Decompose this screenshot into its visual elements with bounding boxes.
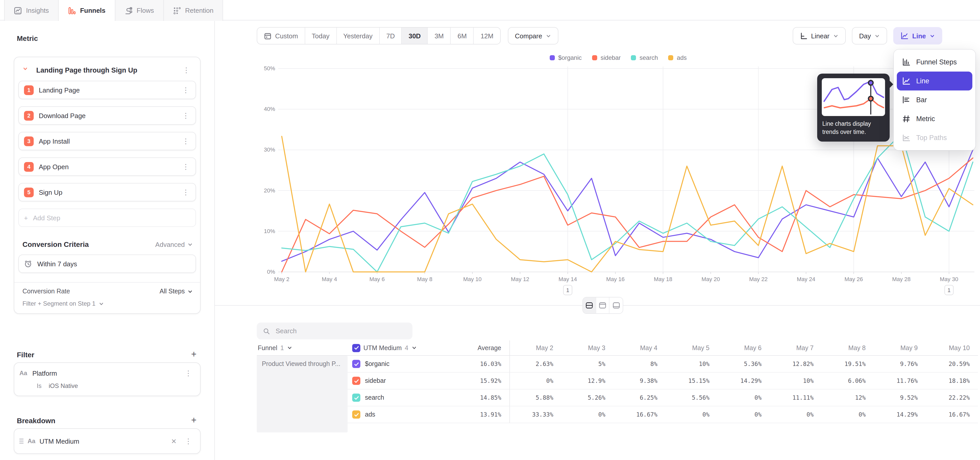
- metric-kebab-icon[interactable]: ⋮: [180, 65, 193, 75]
- breakdown-property[interactable]: UTM Medium: [40, 437, 166, 445]
- range-30d[interactable]: 30D: [402, 27, 428, 44]
- funnel-step-app-install[interactable]: 3 App Install ⋮: [18, 132, 196, 150]
- cell-value: 10%: [770, 372, 822, 390]
- step-label: App Open: [39, 163, 174, 171]
- compare-button[interactable]: Compare: [508, 27, 558, 45]
- cell-value: 0%: [770, 406, 822, 423]
- step-kebab-icon[interactable]: ⋮: [179, 111, 192, 120]
- tab-flows[interactable]: Flows: [115, 0, 164, 21]
- menu-item-bar[interactable]: Bar: [897, 91, 972, 109]
- funnels-icon: [68, 6, 76, 14]
- conversion-criteria-label: Conversion Criteria: [22, 240, 89, 248]
- funnel-step-download-page[interactable]: 2 Download Page ⋮: [18, 106, 196, 125]
- step-kebab-icon[interactable]: ⋮: [179, 162, 192, 171]
- cell-value: 5.36%: [718, 356, 770, 372]
- range-custom[interactable]: Custom: [257, 27, 305, 44]
- funnel-step-sign-up[interactable]: 5 Sign Up ⋮: [18, 183, 196, 201]
- flows-icon: [124, 6, 132, 14]
- filter-kebab-icon[interactable]: ⋮: [182, 369, 195, 378]
- range-12m[interactable]: 12M: [474, 27, 500, 44]
- chart-type-dropdown[interactable]: Line: [894, 27, 942, 45]
- layout-chart-view-button[interactable]: [596, 297, 609, 313]
- range-3m[interactable]: 3M: [428, 27, 451, 44]
- breakdown-kebab-icon[interactable]: ⋮: [182, 436, 195, 446]
- string-type-icon: Aa: [19, 369, 27, 377]
- filter-value[interactable]: iOS Native: [49, 382, 78, 390]
- drag-handle-icon[interactable]: [19, 439, 24, 444]
- scale-dropdown[interactable]: Linear: [793, 27, 846, 45]
- tab-funnels[interactable]: Funnels: [59, 0, 115, 21]
- string-type-icon: Aa: [27, 438, 35, 445]
- cell-value: 9.38%: [614, 372, 666, 390]
- series-checkbox[interactable]: [352, 394, 360, 402]
- date-column-header: May 5: [666, 340, 718, 356]
- table-row-search[interactable]: search: [351, 390, 463, 406]
- add-step-button[interactable]: + Add Step: [18, 209, 196, 227]
- compare-label: Compare: [515, 32, 542, 40]
- step-kebab-icon[interactable]: ⋮: [179, 188, 192, 197]
- metric-header[interactable]: Landing Page through Sign Up ⋮: [18, 61, 196, 81]
- filter-property[interactable]: Platform: [32, 369, 177, 377]
- date-column-header: May 9: [874, 340, 926, 356]
- table-row-sidebar[interactable]: sidebar: [351, 372, 463, 390]
- layout-table-view-button[interactable]: [609, 297, 623, 313]
- tab-insights[interactable]: Insights: [4, 0, 59, 21]
- menu-item-metric[interactable]: Metric: [897, 109, 972, 128]
- cell-value: 33.33%: [509, 406, 562, 423]
- add-breakdown-button[interactable]: +: [190, 415, 197, 426]
- chart-type-label: Line: [912, 32, 926, 40]
- filter-operator[interactable]: Is: [37, 382, 41, 390]
- select-all-checkbox[interactable]: [352, 344, 360, 352]
- step-kebab-icon[interactable]: ⋮: [179, 85, 192, 94]
- series-checkbox[interactable]: [352, 410, 360, 418]
- series-checkbox[interactable]: [352, 360, 360, 368]
- tab-retention[interactable]: Retention: [164, 0, 223, 21]
- range-7d[interactable]: 7D: [380, 27, 402, 44]
- filter-section-label: Filter: [17, 350, 34, 359]
- funnel-steps-list: 1 Landing Page ⋮2 Download Page ⋮3 App I…: [18, 81, 196, 201]
- y-axis-label: 20%: [264, 187, 275, 194]
- table-row-ads[interactable]: ads: [351, 406, 463, 423]
- range-today[interactable]: Today: [305, 27, 337, 44]
- funnel-header-label: Funnel: [258, 344, 277, 351]
- funnel-step-app-open[interactable]: 4 App Open ⋮: [18, 157, 196, 176]
- y-axis-label: 0%: [267, 268, 275, 275]
- layout-split-view-button[interactable]: [583, 297, 596, 313]
- range-6m[interactable]: 6M: [451, 27, 474, 44]
- breakdown-column-header[interactable]: UTM Medium 4: [351, 340, 463, 356]
- metric-card: Landing Page through Sign Up ⋮ 1 Landing…: [14, 57, 200, 314]
- funnel-step-landing-page[interactable]: 1 Landing Page ⋮: [18, 81, 196, 99]
- step-number-badge: 5: [24, 187, 34, 197]
- annotation-count: 1: [566, 287, 569, 293]
- cell-value: 16.67%: [614, 406, 666, 423]
- y-axis-label: 10%: [264, 228, 275, 234]
- tab-label: Insights: [26, 6, 49, 14]
- granularity-dropdown[interactable]: Day: [852, 27, 887, 45]
- cell-value: 2.63%: [509, 356, 562, 372]
- date-column-header: May 6: [718, 340, 770, 356]
- tab-label: Funnels: [80, 6, 106, 14]
- series-checkbox[interactable]: [352, 377, 360, 385]
- insights-icon: [14, 6, 22, 14]
- calendar-icon: [264, 32, 272, 40]
- range-label: 12M: [480, 32, 493, 40]
- add-filter-button[interactable]: +: [190, 349, 197, 360]
- linear-axis-icon: [800, 32, 808, 40]
- table-row-organic[interactable]: $organic: [351, 356, 463, 372]
- chevron-down-icon: [287, 345, 293, 351]
- filter-card: Aa Platform ⋮ Is iOS Native: [14, 363, 200, 396]
- menu-item-funnel-steps[interactable]: Funnel Steps: [897, 53, 972, 72]
- close-icon[interactable]: ✕: [170, 437, 178, 445]
- conversion-window-button[interactable]: Within 7 days: [18, 254, 196, 273]
- filter-segment-dropdown[interactable]: Filter + Segment on Step 1: [22, 300, 193, 307]
- range-yesterday[interactable]: Yesterday: [337, 27, 380, 44]
- funnel-column-header[interactable]: Funnel 1: [257, 340, 351, 356]
- metric-card-footer: Conversion Rate All Steps Filter + Segme…: [14, 282, 200, 313]
- step-number-badge: 4: [24, 162, 34, 171]
- funnel-name-cell[interactable]: Product Viewed through P...: [257, 356, 348, 433]
- search-input[interactable]: [275, 327, 406, 335]
- advanced-dropdown[interactable]: Advanced: [155, 241, 193, 248]
- conversion-rate-dropdown[interactable]: All Steps: [159, 288, 193, 295]
- menu-item-line[interactable]: Line: [897, 72, 972, 91]
- step-kebab-icon[interactable]: ⋮: [179, 136, 192, 146]
